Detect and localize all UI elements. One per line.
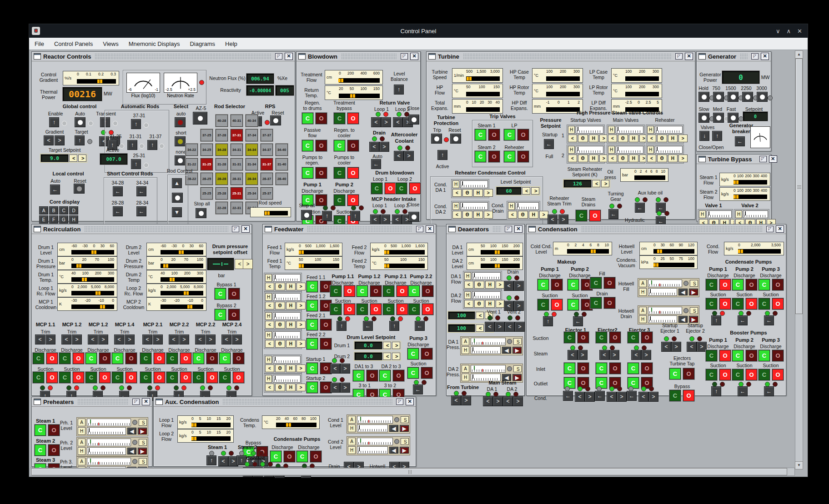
menu-item-views[interactable]: Views <box>103 40 118 47</box>
auto-button[interactable]: Θ <box>657 135 667 142</box>
set-button[interactable]: S <box>139 419 147 426</box>
panel-minimize-icon[interactable]: ◸ <box>275 53 282 60</box>
decrease-button[interactable]: < <box>169 334 179 344</box>
panel-close-icon[interactable]: ✕ <box>769 155 777 163</box>
button[interactable]: D <box>69 206 78 215</box>
increase-button[interactable]: > <box>45 334 55 344</box>
open-valve-button[interactable]: O <box>347 113 359 124</box>
stop-all-button[interactable] <box>196 208 206 218</box>
close-valve-button[interactable]: C <box>357 285 368 297</box>
back-button[interactable]: ◀ <box>389 447 398 454</box>
decrease-button[interactable]: < <box>522 187 530 195</box>
increase-button[interactable]: > <box>539 211 548 219</box>
close-valve-button[interactable]: C <box>306 338 318 349</box>
close-valve-button[interactable]: C <box>504 151 515 162</box>
decrease-button[interactable]: < <box>114 334 124 344</box>
decrease-button[interactable]: < <box>485 322 495 332</box>
decrease-button[interactable]: < <box>195 334 205 344</box>
open-valve-button[interactable]: O <box>370 304 382 315</box>
button[interactable]: G <box>59 215 68 224</box>
decrease-button[interactable]: < <box>88 334 98 344</box>
button[interactable]: C <box>59 206 68 215</box>
increase-button[interactable]: > <box>641 350 651 360</box>
position-ruler[interactable] <box>743 210 768 218</box>
decrease-button[interactable]: < <box>393 117 403 127</box>
set-button[interactable]: S <box>139 439 147 446</box>
increase-button[interactable]: > <box>585 392 595 402</box>
increase-button[interactable]: > <box>296 302 306 309</box>
back-button[interactable]: ◀ <box>678 316 688 323</box>
rod-selector-31-31[interactable]: 31-31 <box>231 158 243 170</box>
hold-button[interactable]: H <box>529 211 538 219</box>
open-valve-button[interactable]: O <box>347 195 359 206</box>
increase-button[interactable]: > <box>296 384 306 391</box>
forward-button[interactable]: ▶ <box>400 425 409 432</box>
hold-button[interactable]: H <box>286 302 296 309</box>
panel-minimize-icon[interactable]: ◸ <box>232 226 239 232</box>
close-valve-button[interactable]: C <box>334 195 345 206</box>
left-button[interactable]: ← <box>371 159 381 169</box>
up-button[interactable]: ↑ <box>206 455 216 465</box>
decrease-button[interactable]: < <box>504 281 514 291</box>
increase-button[interactable]: > <box>531 187 539 195</box>
auto-button[interactable]: Θ <box>275 321 285 329</box>
decrease-button[interactable]: < <box>548 215 558 225</box>
open-valve-button[interactable]: O <box>180 353 191 364</box>
open-valve-button[interactable]: O <box>320 338 332 349</box>
set-button[interactable]: S <box>690 307 698 314</box>
auto-button[interactable]: Θ <box>275 283 285 290</box>
up-button[interactable]: ↑ <box>131 159 141 169</box>
close-valve-button[interactable]: C <box>140 353 151 364</box>
rod-selector-25-34[interactable]: 25-34 <box>246 187 258 200</box>
decrease-button[interactable]: < <box>568 135 577 142</box>
open-valve-button[interactable]: O <box>99 372 111 383</box>
close-valve-button[interactable]: C <box>357 304 368 315</box>
open-valve-button[interactable]: O <box>488 129 500 140</box>
close-valve-button[interactable]: C <box>166 353 178 364</box>
open-valve-button[interactable]: O <box>397 285 408 297</box>
close-valve-button[interactable]: C <box>85 372 97 383</box>
left-button[interactable]: ← <box>627 391 637 401</box>
rod-down-button[interactable]: ▼ <box>172 207 182 217</box>
decrease-button[interactable]: < <box>394 151 404 161</box>
left-button[interactable]: ← <box>363 321 373 331</box>
increase-button[interactable]: > <box>243 259 253 269</box>
close-valve-button[interactable]: C <box>353 370 364 381</box>
close-valve-button[interactable]: C <box>669 368 681 379</box>
manual-ruler[interactable] <box>87 447 126 455</box>
up-button[interactable]: ↑ <box>147 140 157 150</box>
close-valve-button[interactable]: C <box>407 367 419 379</box>
close-valve-button[interactable]: C <box>475 129 486 140</box>
close-valve-button[interactable]: C <box>306 382 318 393</box>
position-ruler[interactable] <box>273 356 301 364</box>
manual-ruler[interactable] <box>357 446 388 454</box>
increase-button[interactable]: > <box>153 334 163 344</box>
position-ruler[interactable] <box>576 146 603 154</box>
menu-item-file[interactable]: File <box>35 40 44 47</box>
open-valve-button[interactable]: O <box>46 353 58 364</box>
panel-minimize-icon[interactable]: ◸ <box>416 226 423 232</box>
decrease-button[interactable]: < <box>503 396 513 406</box>
increase-button[interactable]: > <box>72 334 82 344</box>
hold-button[interactable]: H <box>69 215 78 224</box>
auto-ruler[interactable] <box>87 458 131 465</box>
position-ruler[interactable] <box>616 146 643 154</box>
up-button[interactable]: ↑ <box>543 316 553 326</box>
decrease-button[interactable]: < <box>607 392 617 402</box>
hold-button[interactable]: H <box>668 155 678 162</box>
open-valve-button[interactable]: O <box>604 277 615 289</box>
left-button[interactable]: ← <box>764 386 774 396</box>
rod-selector-25-25[interactable]: 25-25 <box>201 187 213 200</box>
button[interactable]: F <box>49 215 58 224</box>
hold-button[interactable]: H <box>286 384 296 391</box>
close-valve-button[interactable]: C <box>215 288 226 299</box>
increase-button[interactable]: > <box>513 396 523 406</box>
open-valve-button[interactable]: O <box>154 353 165 364</box>
generator-breaker-button[interactable]: ← <box>735 136 745 146</box>
increase-button[interactable]: > <box>609 350 619 360</box>
set-button[interactable]: S <box>401 438 409 445</box>
open-valve-button[interactable]: O <box>73 372 84 383</box>
up-button[interactable]: ↑ <box>75 135 85 145</box>
position-ruler[interactable] <box>472 291 501 299</box>
position-ruler[interactable] <box>273 274 301 282</box>
